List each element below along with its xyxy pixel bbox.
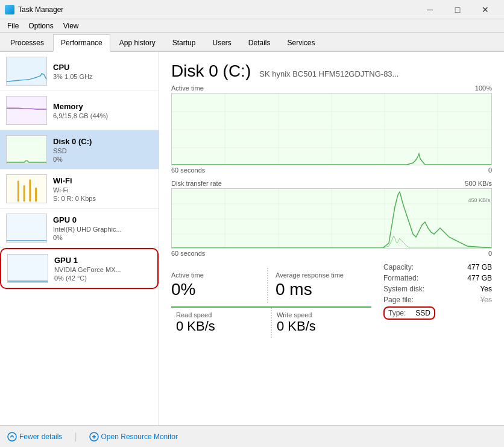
write-speed-block: Write speed 0 KB/s — [272, 308, 371, 338]
disk-name: Disk 0 (C:) — [53, 137, 153, 146]
detail-header: Disk 0 (C:) SK hynix BC501 HFM512GDJTNG-… — [171, 62, 492, 81]
formatted-value: 477 GB — [467, 274, 492, 282]
tab-startup[interactable]: Startup — [165, 34, 204, 51]
chart1-header: Active time 100% — [171, 84, 492, 92]
open-monitor-icon — [89, 432, 99, 442]
gpu1-info: GPU 1 NVIDIA GeForce MX... 0% (42 °C) — [54, 256, 151, 282]
capacity-value: 477 GB — [467, 263, 492, 271]
chart1-footer: 60 seconds 0 — [171, 166, 492, 174]
chart1-footer-left: 60 seconds — [171, 166, 205, 174]
page-file-label: Page file: — [383, 296, 414, 304]
sidebar-item-disk0[interactable]: Disk 0 (C:) SSD 0% — [0, 130, 159, 170]
cpu-info: CPU 3% 1,05 GHz — [53, 63, 153, 80]
gpu1-sub1: NVIDIA GeForce MX... — [54, 266, 151, 273]
read-speed-label: Read speed — [176, 311, 266, 319]
active-time-value: 0% — [171, 280, 267, 299]
menu-options[interactable]: Options — [24, 21, 58, 31]
tab-details[interactable]: Details — [241, 34, 279, 51]
minimize-button[interactable]: ─ — [416, 0, 444, 19]
detail-subtitle: SK hynix BC501 HFM512GDJTNG-83... — [259, 69, 398, 78]
gpu0-thumbnail — [6, 214, 47, 243]
footer-bar: Fewer details | Open Resource Monitor — [0, 425, 504, 447]
menu-bar: File Options View — [0, 19, 504, 33]
disk-info: Disk 0 (C:) SSD 0% — [53, 137, 153, 163]
gpu1-thumbnail — [7, 254, 48, 283]
svg-point-29 — [8, 433, 16, 441]
capacity-row: Capacity: 477 GB — [383, 263, 492, 271]
detail-panel: Disk 0 (C:) SK hynix BC501 HFM512GDJTNG-… — [159, 52, 504, 425]
window-title: Task Manager — [18, 5, 63, 14]
chart1-max: 100% — [475, 84, 492, 92]
cpu-thumbnail — [6, 57, 47, 86]
wifi-info: Wi-Fi Wi-Fi S: 0 R: 0 Kbps — [53, 176, 153, 202]
avg-response-block: Average response time 0 ms — [267, 268, 371, 303]
maximize-button[interactable]: □ — [444, 0, 471, 19]
tab-processes[interactable]: Processes — [2, 34, 52, 51]
app-icon — [5, 5, 14, 14]
avg-response-label: Average response time — [276, 271, 371, 279]
memory-thumbnail — [6, 96, 47, 125]
sidebar-item-cpu[interactable]: CPU 3% 1,05 GHz — [0, 52, 159, 91]
fewer-details-label: Fewer details — [19, 433, 62, 441]
write-speed-value: 0 KB/s — [277, 319, 367, 334]
open-monitor-link[interactable]: Open Resource Monitor — [89, 432, 178, 442]
menu-view[interactable]: View — [58, 21, 84, 31]
gpu0-sub2: 0% — [53, 234, 153, 241]
wifi-sub2: S: 0 R: 0 Kbps — [53, 195, 153, 202]
svg-rect-2 — [7, 136, 46, 163]
system-disk-row: System disk: Yes — [383, 285, 492, 293]
tab-performance[interactable]: Performance — [53, 34, 110, 52]
capacity-label: Capacity: — [383, 263, 414, 271]
disk-sub1: SSD — [53, 147, 153, 154]
page-file-value: Yes — [480, 296, 492, 304]
active-time-label: Active time — [171, 271, 267, 279]
type-value: SSD — [415, 309, 430, 317]
wifi-sub1: Wi-Fi — [53, 186, 153, 194]
stats-row: Active time 0% Average response time 0 m… — [171, 268, 371, 303]
gpu1-name: GPU 1 — [54, 256, 151, 265]
chart2-footer-right: 0 — [488, 250, 492, 257]
menu-file[interactable]: File — [2, 21, 24, 31]
tab-app-history[interactable]: App history — [112, 34, 163, 51]
tab-services[interactable]: Services — [280, 34, 323, 51]
disk-sub2: 0% — [53, 156, 153, 163]
cpu-sub: 3% 1,05 GHz — [53, 73, 153, 80]
sidebar-item-gpu1[interactable]: GPU 1 NVIDIA GeForce MX... 0% (42 °C) — [0, 248, 159, 289]
bottom-left: Active time 0% Average response time 0 m… — [171, 263, 371, 338]
sidebar-item-gpu0[interactable]: GPU 0 Intel(R) UHD Graphic... 0% — [0, 209, 159, 248]
chart2-label: Disk transfer rate — [171, 180, 222, 187]
sidebar-item-wifi[interactable]: Wi-Fi Wi-Fi S: 0 R: 0 Kbps — [0, 170, 159, 209]
gpu0-info: GPU 0 Intel(R) UHD Graphic... 0% — [53, 215, 153, 241]
chart1-label: Active time — [171, 84, 204, 92]
svg-rect-8 — [7, 214, 46, 242]
svg-text:450 KB/s: 450 KB/s — [468, 197, 490, 203]
memory-name: Memory — [53, 102, 153, 111]
title-bar-left: Task Manager — [5, 5, 63, 14]
close-button[interactable]: ✕ — [471, 0, 499, 19]
title-bar-controls: ─ □ ✕ — [416, 0, 499, 19]
chart1-footer-right: 0 — [488, 166, 492, 174]
chart1-container — [171, 93, 492, 165]
footer-separator: | — [74, 431, 77, 442]
sidebar: CPU 3% 1,05 GHz Memory 6,9/15,8 GB (44%) — [0, 52, 159, 425]
read-speed-block: Read speed 0 KB/s — [171, 308, 272, 338]
speed-row: Read speed 0 KB/s Write speed 0 KB/s — [171, 306, 371, 338]
type-row: Type: SSD — [383, 306, 492, 320]
tab-bar: Processes Performance App history Startu… — [0, 33, 504, 52]
bottom-section: Active time 0% Average response time 0 m… — [171, 263, 492, 338]
page-file-row: Page file: Yes — [383, 296, 492, 304]
sidebar-item-memory[interactable]: Memory 6,9/15,8 GB (44%) — [0, 91, 159, 130]
chart2-max: 500 KB/s — [465, 180, 492, 187]
svg-rect-3 — [7, 175, 46, 203]
system-disk-value: Yes — [480, 285, 492, 293]
disk-thumbnail — [6, 135, 47, 164]
chart2-container: 450 KB/s — [171, 188, 492, 249]
type-label: Type: — [388, 309, 406, 317]
tab-users[interactable]: Users — [204, 34, 239, 51]
title-bar: Task Manager ─ □ ✕ — [0, 0, 504, 19]
main-content: CPU 3% 1,05 GHz Memory 6,9/15,8 GB (44%) — [0, 52, 504, 425]
fewer-details-link[interactable]: Fewer details — [7, 432, 62, 442]
memory-sub: 6,9/15,8 GB (44%) — [53, 112, 153, 119]
cpu-name: CPU — [53, 63, 153, 72]
active-time-block: Active time 0% — [171, 268, 267, 303]
